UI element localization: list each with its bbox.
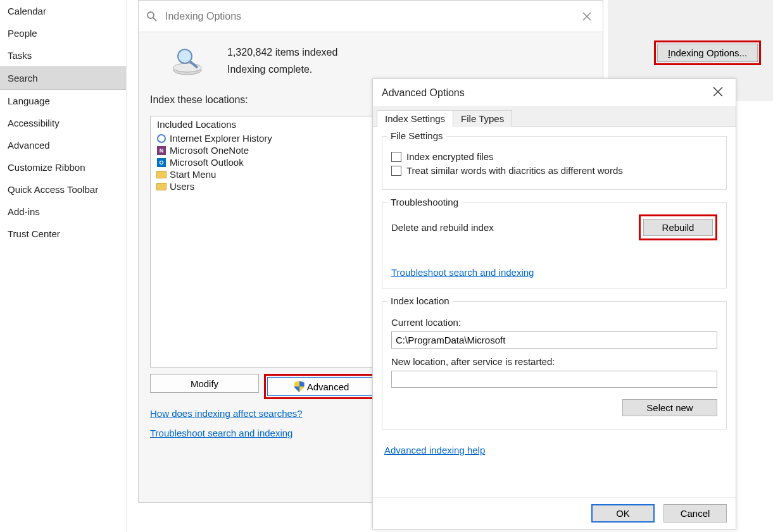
delete-rebuild-label: Delete and rebuild index [391,222,639,233]
dialog-footer: OK Cancel [373,497,736,529]
dialog-titlebar: Advanced Options [373,79,736,107]
group-legend: Index location [387,295,453,306]
group-legend: File Settings [387,130,446,141]
sidebar-item-label: Add-ins [8,206,40,217]
button-label-rest: ndexing Options... [670,47,747,58]
sidebar-item-label: Calendar [8,6,46,16]
button-label: Select new [646,402,693,413]
tab-strip: Index Settings File Types [373,107,736,127]
sidebar-item-label: Accessibility [8,118,60,128]
button-label: Rebuild [662,222,694,233]
ie-icon [156,133,167,144]
select-new-button[interactable]: Select new [622,399,717,416]
tab-label: Index Settings [385,113,445,124]
tab-label: File Types [461,113,504,124]
sidebar-item-add-ins[interactable]: Add-ins [0,201,126,223]
search-icon [145,9,159,23]
sidebar-item-label: Search [8,73,38,84]
index-summary: 1,320,842 items indexed Indexing complet… [227,44,337,78]
current-location-label: Current location: [391,317,717,328]
group-file-settings: File Settings Index encrypted files Trea… [382,136,727,190]
shield-icon [294,381,305,392]
sidebar-item-people[interactable]: People [0,22,126,44]
options-sidebar: Calendar People Tasks Search Language Ac… [0,0,127,532]
sidebar-item-trust-center[interactable]: Trust Center [0,223,126,245]
tab-index-settings[interactable]: Index Settings [377,110,453,127]
help-link-how-indexing[interactable]: How does indexing affect searches? [150,408,303,419]
indexing-options-button-highlight: Indexing Options... [654,40,761,65]
location-label: Microsoft OneNote [170,145,249,156]
svg-point-0 [148,12,154,18]
items-indexed-label: 1,320,842 items indexed [227,44,337,61]
sidebar-item-label: Advanced [8,140,50,151]
sidebar-item-calendar[interactable]: Calendar [0,0,126,22]
group-index-location: Index location Current location: New loc… [382,301,727,430]
advanced-indexing-help-link[interactable]: Advanced indexing help [384,445,485,455]
close-icon[interactable] [709,84,727,101]
rebuild-button-highlight: Rebuild [639,214,717,240]
sidebar-item-customize-ribbon[interactable]: Customize Ribbon [0,156,126,178]
sidebar-item-label: Trust Center [8,228,60,239]
indexing-status-label: Indexing complete. [227,61,337,78]
close-icon[interactable] [577,9,596,24]
location-label: Microsoft Outlook [170,157,244,168]
sidebar-item-label: Customize Ribbon [8,162,85,173]
checkbox-label: Treat similar words with diacritics as d… [406,165,623,176]
button-label: Advanced [307,381,349,392]
advanced-options-dialog: Advanced Options Index Settings File Typ… [372,78,736,529]
ok-button[interactable]: OK [591,504,655,523]
advanced-button[interactable]: Advanced [267,377,376,396]
checkbox-label: Index encrypted files [406,151,494,162]
tab-file-types[interactable]: File Types [453,110,512,127]
onenote-icon: N [156,145,167,156]
new-location-field[interactable] [391,371,717,388]
button-label: Cancel [681,508,710,519]
sidebar-item-search[interactable]: Search [0,66,126,90]
svg-point-6 [178,49,192,63]
sidebar-item-label: Language [8,96,50,106]
group-troubleshooting: Troubleshooting Delete and rebuild index… [382,202,727,288]
sidebar-item-accessibility[interactable]: Accessibility [0,112,126,134]
troubleshoot-link[interactable]: Troubleshoot search and indexing [391,267,534,278]
sidebar-item-label: Tasks [8,50,32,61]
dialog-title: Advanced Options [382,87,465,99]
group-legend: Troubleshooting [387,197,462,207]
svg-line-1 [153,18,156,21]
button-label: OK [616,508,630,519]
rebuild-button[interactable]: Rebuild [643,219,713,236]
indexing-options-button[interactable]: Indexing Options... [657,44,758,62]
new-location-label: New location, after service is restarted… [391,356,717,367]
checkbox-diacritics[interactable] [391,166,401,176]
button-label: Modify [191,378,218,389]
cancel-button[interactable]: Cancel [663,504,727,523]
dialog-titlebar: Indexing Options [139,1,603,32]
sidebar-item-label: People [8,28,37,39]
sidebar-item-label: Quick Access Toolbar [8,184,98,195]
location-label: Internet Explorer History [170,133,272,144]
folder-icon [156,170,167,180]
sidebar-item-advanced[interactable]: Advanced [0,134,126,156]
sidebar-item-tasks[interactable]: Tasks [0,44,126,66]
location-label: Users [170,181,194,192]
modify-button[interactable]: Modify [150,374,259,393]
location-label: Start Menu [170,169,216,180]
sidebar-item-quick-access-toolbar[interactable]: Quick Access Toolbar [0,178,126,201]
dialog-title: Indexing Options [165,11,241,22]
help-link-troubleshoot[interactable]: Troubleshoot search and indexing [150,428,292,438]
outlook-icon: O [156,158,167,168]
checkbox-index-encrypted[interactable] [391,152,401,162]
advanced-button-highlight: Advanced [264,374,379,399]
sidebar-item-language[interactable]: Language [0,90,126,112]
folder-icon [156,182,167,192]
magnifier-drive-icon [167,44,211,79]
current-location-field[interactable] [391,331,717,349]
